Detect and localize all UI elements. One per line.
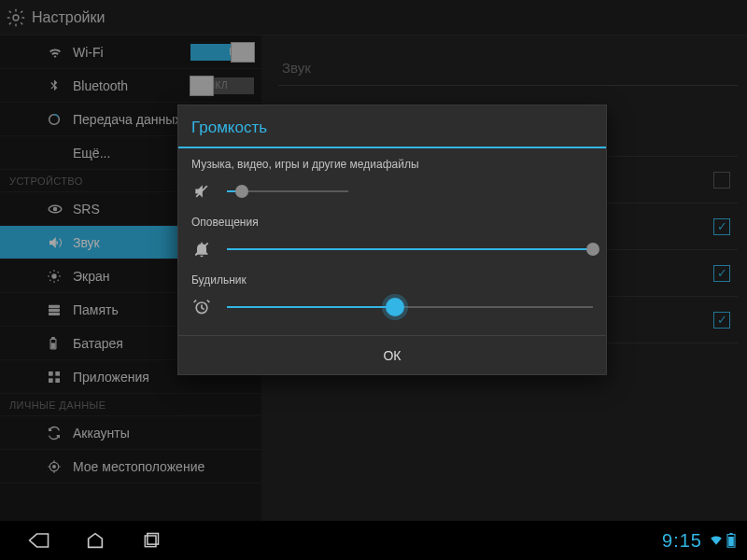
media-volume-label: Музыка, видео, игры и другие медиафайлы <box>191 158 593 171</box>
back-button[interactable] <box>11 521 67 560</box>
status-icons[interactable] <box>710 533 736 548</box>
navigation-bar: 9:15 <box>0 521 747 560</box>
alarm-icon <box>191 298 212 316</box>
media-volume-slider[interactable] <box>227 180 348 203</box>
svg-rect-21 <box>729 533 732 535</box>
alarm-volume-slider[interactable] <box>227 296 593 318</box>
alarm-volume-label: Будильник <box>191 273 593 287</box>
recents-button[interactable] <box>123 521 179 560</box>
svg-rect-22 <box>728 537 734 546</box>
wifi-status-icon <box>710 534 723 547</box>
notification-volume-label: Оповещения <box>191 216 593 229</box>
notification-volume-slider[interactable] <box>227 238 593 260</box>
dialog-title: Громкость <box>178 105 606 148</box>
volume-dialog: Громкость Музыка, видео, игры и другие м… <box>177 105 607 375</box>
home-button[interactable] <box>67 521 123 560</box>
battery-status-icon <box>726 533 736 548</box>
media-mute-icon <box>191 182 212 201</box>
svg-rect-18 <box>145 536 156 547</box>
notification-mute-icon <box>191 240 212 259</box>
dialog-ok-button[interactable]: ОК <box>178 335 606 374</box>
clock[interactable]: 9:15 <box>662 530 702 552</box>
